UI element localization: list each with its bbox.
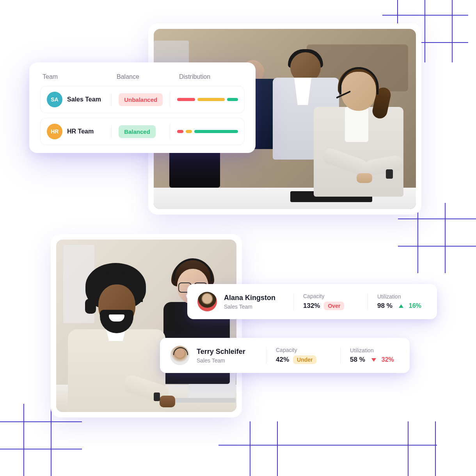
utilization-delta: 32%	[382, 356, 394, 363]
capacity-value: 132%	[303, 302, 320, 310]
capacity-badge: Over	[324, 302, 344, 310]
balance-badge: Balanced	[119, 125, 156, 138]
avatar	[197, 292, 217, 311]
trend-up-icon	[399, 304, 403, 308]
utilization-value: 98 %	[377, 302, 393, 310]
team-table-header: Team Balance Distribution	[40, 73, 245, 86]
balance-badge: Unbalanced	[119, 93, 163, 106]
col-header-balance: Balance	[117, 73, 179, 80]
team-balance-card: Team Balance Distribution SA Sales Team …	[29, 62, 256, 153]
col-header-team: Team	[43, 73, 117, 80]
team-avatar: SA	[47, 92, 62, 107]
distribution-bar	[170, 92, 238, 107]
capacity-value: 42%	[276, 356, 289, 364]
person-team: Sales Team	[224, 304, 293, 310]
utilization-label: Utilization	[350, 347, 395, 353]
avatar	[170, 346, 190, 365]
table-row[interactable]: SA Sales Team Unbalanced	[40, 86, 245, 113]
col-header-distribution: Distribution	[179, 73, 242, 80]
person-stat-card[interactable]: Alana Kingston Sales Team Capacity 132% …	[187, 284, 437, 319]
person-team: Sales Team	[197, 357, 266, 364]
trend-down-icon	[371, 358, 376, 362]
person-name: Alana Kingston	[224, 294, 293, 302]
capacity-label: Capacity	[276, 347, 336, 353]
utilization-label: Utilization	[377, 293, 422, 300]
distribution-bar	[170, 124, 238, 139]
capacity-label: Capacity	[303, 293, 363, 299]
utilization-delta: 16%	[409, 302, 421, 309]
team-name: Sales Team	[67, 96, 101, 103]
team-avatar: HR	[47, 124, 62, 139]
hero-photo-bottom	[51, 234, 242, 417]
utilization-value: 58 %	[350, 356, 365, 364]
person-stat-card[interactable]: Terry Schleifer Sales Team Capacity 42% …	[160, 338, 410, 373]
capacity-badge: Under	[293, 355, 316, 364]
team-name: HR Team	[67, 128, 94, 135]
table-row[interactable]: HR HR Team Balanced	[40, 118, 245, 145]
person-name: Terry Schleifer	[197, 348, 266, 356]
